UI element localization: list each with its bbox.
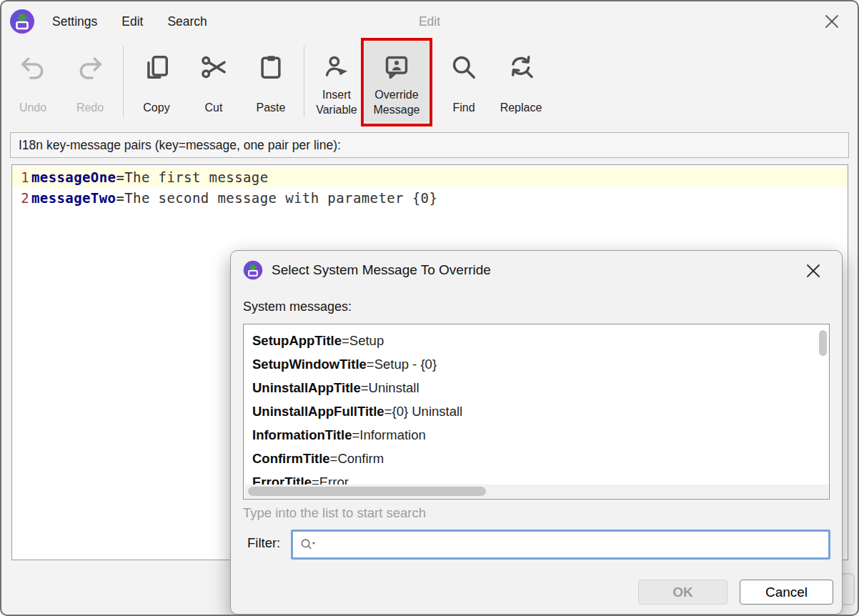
- cancel-button[interactable]: Cancel: [740, 580, 833, 605]
- menu-settings[interactable]: Settings: [52, 14, 97, 29]
- message-value: =The second message with parameter {0}: [116, 188, 437, 209]
- replace-button[interactable]: Replace: [489, 41, 553, 123]
- editor-line[interactable]: 2messageTwo=The second message with para…: [12, 188, 848, 209]
- message-value: =The first message: [116, 167, 268, 188]
- list-item[interactable]: SetupWindowTitle=Setup - {0}: [252, 352, 829, 376]
- insert-variable-icon: [323, 51, 350, 83]
- filter-input-box[interactable]: [291, 530, 830, 560]
- close-icon: [805, 263, 821, 279]
- copy-icon: [143, 51, 170, 83]
- replace-icon: [507, 51, 535, 83]
- toolbar-separator: [304, 46, 304, 117]
- toolbar: Undo Redo Copy: [1, 41, 858, 129]
- insert-variable-button[interactable]: Insert Variable: [309, 41, 364, 123]
- title-bar: Settings Edit Search Edit: [1, 1, 858, 41]
- override-message-button[interactable]: Override Message: [364, 41, 429, 123]
- redo-icon: [76, 51, 104, 83]
- close-icon: [824, 14, 840, 29]
- paste-button[interactable]: Paste: [242, 41, 299, 123]
- paste-icon: [257, 51, 284, 83]
- list-item[interactable]: InformationTitle=Information: [252, 423, 829, 447]
- message-key: messageOne: [31, 167, 116, 188]
- menu-edit[interactable]: Edit: [121, 14, 143, 29]
- override-message-icon: [383, 51, 410, 83]
- undo-button[interactable]: Undo: [4, 41, 61, 123]
- app-logo-icon: [243, 260, 263, 280]
- app-logo-icon: [9, 9, 35, 34]
- cut-icon: [200, 51, 227, 83]
- horizontal-scrollbar[interactable]: [244, 485, 828, 498]
- window-close-button[interactable]: [822, 11, 842, 31]
- line-number: 1: [12, 167, 29, 188]
- filter-label: Filter:: [247, 535, 280, 551]
- menu-bar: Settings Edit Search: [52, 14, 207, 29]
- message-key: messageTwo: [31, 188, 116, 209]
- filter-input[interactable]: [321, 534, 828, 555]
- list-item[interactable]: UninstallAppTitle=Uninstall: [252, 376, 829, 399]
- system-messages-list[interactable]: SetupAppTitle=Setup SetupWindowTitle=Set…: [243, 324, 830, 500]
- copy-button[interactable]: Copy: [128, 41, 185, 123]
- line-number: 2: [12, 188, 29, 209]
- editor-header-label: I18n key-message pairs (key=message, one…: [10, 132, 849, 158]
- toolbar-separator: [123, 46, 124, 117]
- find-button[interactable]: Find: [439, 41, 489, 123]
- select-system-message-dialog: Select System Message To Override System…: [230, 250, 843, 615]
- app-window: Settings Edit Search Edit Undo Redo: [0, 0, 859, 616]
- search-hint-text: Type into the list to start search: [243, 505, 426, 521]
- search-icon: [299, 536, 317, 553]
- menu-search[interactable]: Search: [167, 14, 207, 29]
- editor-line[interactable]: 1messageOne=The first message: [12, 167, 848, 188]
- cut-button[interactable]: Cut: [185, 41, 242, 123]
- list-item[interactable]: UninstallAppFullTitle={0} Uninstall: [252, 399, 829, 423]
- dialog-title: Select System Message To Override: [272, 262, 491, 278]
- ok-button[interactable]: OK: [638, 580, 728, 605]
- horizontal-scrollbar-thumb[interactable]: [248, 487, 486, 496]
- list-item[interactable]: SetupAppTitle=Setup: [252, 329, 829, 352]
- find-icon: [450, 51, 477, 83]
- message-rows: SetupAppTitle=Setup SetupWindowTitle=Set…: [244, 324, 829, 494]
- system-messages-label: System messages:: [243, 299, 352, 314]
- dialog-close-button[interactable]: [803, 261, 823, 281]
- undo-icon: [19, 51, 46, 83]
- redo-button[interactable]: Redo: [61, 41, 119, 123]
- vertical-scrollbar-thumb[interactable]: [819, 330, 827, 356]
- list-item[interactable]: ConfirmTitle=Confirm: [252, 447, 829, 470]
